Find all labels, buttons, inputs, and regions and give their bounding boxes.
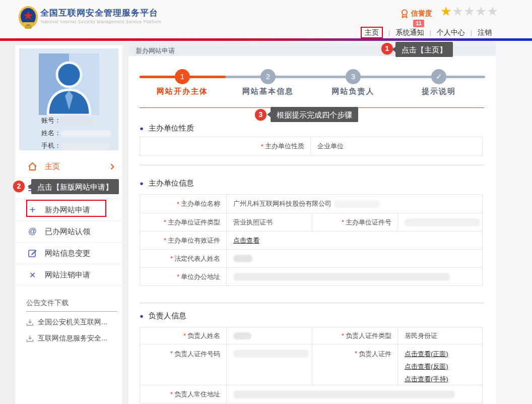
field-label-manager-addr: * 负责人常住地址: [140, 385, 226, 403]
annotation-step3-badge: 3: [255, 109, 267, 121]
field-value-manager-id-type: 居民身份证: [397, 327, 482, 344]
bullet-icon: ●: [140, 313, 144, 319]
nav-separator: |: [429, 29, 431, 36]
field-value-org-name: 广州凡科互联网科技股份有限公司: [226, 195, 482, 213]
downloads-section-title: 公告文件下载: [26, 299, 69, 308]
view-cert-link[interactable]: 点击查看: [233, 236, 259, 245]
right-background-strip: [496, 41, 532, 404]
close-icon: ✕: [28, 270, 37, 280]
annotation-step1-tooltip: 点击【主页】: [395, 42, 453, 57]
step-circle-3: 3: [346, 69, 361, 84]
download-item-label: 全国公安机关互联网...: [38, 318, 107, 327]
plus-icon: +: [28, 204, 37, 216]
manager-id-no-redacted: [233, 350, 309, 358]
downloads-divider: [26, 311, 117, 312]
field-label-legal-name: * 法定代表人姓名: [140, 249, 226, 267]
nav-system-notice[interactable]: 系统通知: [395, 28, 424, 37]
download-item[interactable]: 互联网信息服务安全...: [26, 334, 107, 343]
bullet-icon: ●: [140, 125, 144, 132]
field-label-org-name: * 主办单位名称: [140, 195, 226, 213]
sidebar-item-claim-website[interactable]: @ 已办网站认领: [15, 221, 122, 243]
star-icon: ★: [463, 4, 475, 18]
top-navigation: 主页 | 系统通知 | 个人中心 | 注销: [361, 27, 492, 38]
sidebar-item-label: 网站信息变更: [45, 249, 90, 258]
office-addr-redacted: [233, 273, 450, 281]
sidebar-menu: 主页 + 新办网站申请 @ 已办网站认领 网站信息变更 ✕: [15, 156, 122, 286]
star-icon: ★: [475, 4, 487, 18]
annotation-step1-badge: 1: [381, 43, 393, 54]
star-icon: ★: [452, 4, 463, 18]
section-title: 负责人信息: [149, 311, 186, 321]
app-title: 全国互联网安全管理服务平台: [40, 7, 158, 19]
field-label-manager-id-doc: * 负责人证件: [312, 344, 397, 385]
profile-name-row: 姓名：: [41, 129, 111, 138]
sidebar-item-cancel-website[interactable]: ✕ 网站注销申请: [15, 264, 122, 286]
field-value-manager-id-doc: 点击查看(正面) 点击查看(反面) 点击查看(手持): [397, 344, 482, 385]
sidebar-item-label: 已办网站认领: [45, 227, 90, 237]
view-id-hold-link[interactable]: 点击查看(手持): [405, 375, 448, 384]
field-label-cert-doc: * 主办单位有效证件: [140, 231, 226, 249]
sidebar-item-label: 网站注销申请: [45, 270, 90, 280]
annotation-step2-tooltip: 点击【新版网站申请】: [31, 179, 119, 194]
nav-logout[interactable]: 注销: [478, 28, 492, 37]
section-header-org-info: ● 主办单位信息: [140, 179, 194, 188]
section-title: 主办单位信息: [149, 179, 194, 188]
header-gradient-divider: [0, 38, 532, 41]
field-label-manager-id-no: * 负责人证件号码: [140, 344, 226, 385]
download-icon: [26, 319, 34, 326]
field-value-manager-name: [226, 327, 312, 344]
section-title: 主办单位性质: [149, 124, 194, 133]
phone-value-redacted: [61, 143, 110, 149]
view-id-front-link[interactable]: 点击查看(正面): [405, 350, 448, 359]
nav-separator: |: [388, 29, 390, 36]
manager-info-table: * 负责人姓名 * 负责人证件类型 居民身份证 * 负责人证件号码 * 负责人证…: [140, 327, 483, 403]
nav-separator: |: [471, 29, 472, 36]
nav-home[interactable]: 主页: [361, 27, 383, 38]
at-icon: @: [28, 226, 37, 237]
cert-no-redacted: [405, 218, 480, 226]
name-label: 姓名：: [41, 129, 61, 138]
manager-name-redacted: [233, 332, 251, 339]
avatar: [39, 53, 99, 115]
section-divider: [140, 165, 484, 165]
org-nature-table: * 主办单位性质 企业单位: [140, 137, 483, 156]
step-circle-2: 2: [260, 69, 276, 84]
view-id-back-link[interactable]: 点击查看(反面): [405, 362, 448, 371]
sidebar-item-label: 新办网站申请: [45, 205, 90, 215]
nav-personal-center[interactable]: 个人中心: [437, 28, 465, 37]
app-header: 全国互联网安全管理服务平台 National Internet Security…: [0, 0, 532, 38]
field-value-manager-id-no: [226, 344, 312, 385]
notification-count-badge: 11: [413, 20, 424, 27]
step-circle-4-check: ✓: [431, 69, 446, 84]
step-label-1: 网站开办主体: [147, 87, 218, 96]
download-icon: [26, 335, 34, 342]
chevron-right-icon: [110, 163, 114, 170]
sidebar-item-home[interactable]: 主页: [15, 156, 122, 178]
medal-icon: [401, 9, 409, 18]
sidebar: 账号： 姓名： 手机： 主页 +: [15, 45, 122, 404]
field-label-cert-type: * 主办单位证件类型: [140, 213, 226, 231]
field-value-cert-doc: 点击查看: [226, 231, 482, 249]
phone-label: 手机：: [41, 141, 61, 150]
app-subtitle: National Internet Security Management Se…: [41, 19, 161, 24]
field-value-office-addr: [226, 267, 482, 285]
section-header-manager-info: ● 负责人信息: [140, 311, 186, 321]
step-label-3: 网站负责人: [318, 87, 388, 96]
download-item[interactable]: 全国公安机关互联网...: [26, 318, 107, 327]
legal-name-redacted: [233, 255, 252, 262]
field-value-cert-type: 营业执照证书: [226, 213, 312, 231]
name-value-redacted: [61, 130, 111, 137]
bullet-icon: ●: [140, 180, 144, 187]
field-label-manager-name: * 负责人姓名: [140, 327, 226, 344]
manager-addr-redacted: [233, 390, 455, 398]
section-header-org-nature: ● 主办单位性质: [140, 124, 194, 133]
profile-phone-row: 手机：: [41, 141, 110, 150]
field-value-manager-addr: [226, 385, 482, 403]
annotation-step2-badge: 2: [13, 181, 25, 192]
org-info-table: * 主办单位名称 广州凡科互联网科技股份有限公司 * 主办单位证件类型 营业执照…: [140, 194, 483, 286]
star-icon: ★: [440, 4, 452, 18]
reputation-stars: ★ ★ ★ ★ ★: [440, 4, 498, 18]
sidebar-item-change-website-info[interactable]: 网站信息变更: [15, 243, 122, 264]
reputation: 信誉度: [401, 9, 432, 18]
sidebar-item-new-website-application[interactable]: + 新办网站申请: [15, 199, 122, 221]
